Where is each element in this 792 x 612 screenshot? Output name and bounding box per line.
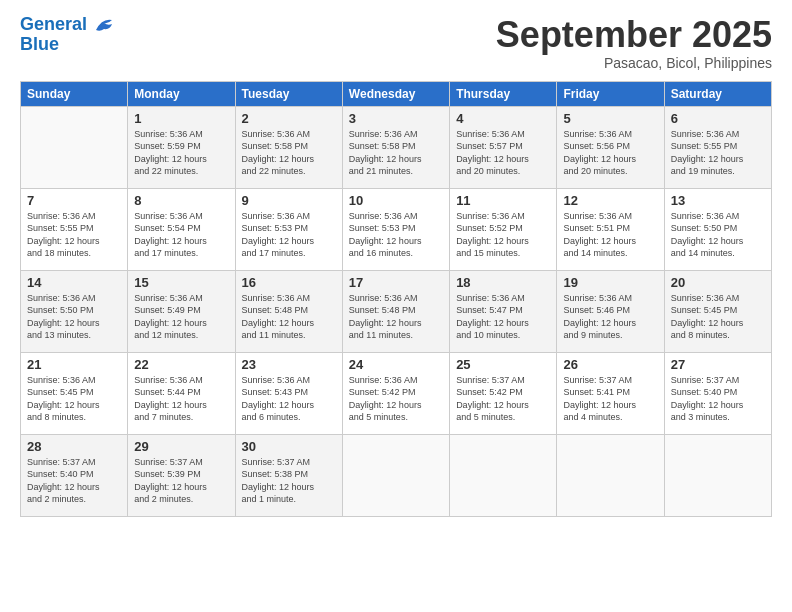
- day-info: Sunrise: 5:36 AM Sunset: 5:55 PM Dayligh…: [27, 210, 121, 260]
- col-sunday: Sunday: [21, 81, 128, 106]
- header: General Blue September 2025 Pasacao, Bic…: [20, 15, 772, 71]
- table-row: 8Sunrise: 5:36 AM Sunset: 5:54 PM Daylig…: [128, 188, 235, 270]
- table-row: 28Sunrise: 5:37 AM Sunset: 5:40 PM Dayli…: [21, 434, 128, 516]
- day-info: Sunrise: 5:36 AM Sunset: 5:54 PM Dayligh…: [134, 210, 228, 260]
- table-row: 19Sunrise: 5:36 AM Sunset: 5:46 PM Dayli…: [557, 270, 664, 352]
- col-monday: Monday: [128, 81, 235, 106]
- calendar-week-row: 14Sunrise: 5:36 AM Sunset: 5:50 PM Dayli…: [21, 270, 772, 352]
- table-row: 18Sunrise: 5:36 AM Sunset: 5:47 PM Dayli…: [450, 270, 557, 352]
- table-row: 7Sunrise: 5:36 AM Sunset: 5:55 PM Daylig…: [21, 188, 128, 270]
- day-number: 9: [242, 193, 336, 208]
- day-number: 15: [134, 275, 228, 290]
- day-number: 12: [563, 193, 657, 208]
- logo-text: General: [20, 15, 116, 35]
- day-info: Sunrise: 5:36 AM Sunset: 5:48 PM Dayligh…: [242, 292, 336, 342]
- day-info: Sunrise: 5:36 AM Sunset: 5:55 PM Dayligh…: [671, 128, 765, 178]
- day-info: Sunrise: 5:36 AM Sunset: 5:45 PM Dayligh…: [27, 374, 121, 424]
- day-info: Sunrise: 5:36 AM Sunset: 5:59 PM Dayligh…: [134, 128, 228, 178]
- day-number: 14: [27, 275, 121, 290]
- table-row: 14Sunrise: 5:36 AM Sunset: 5:50 PM Dayli…: [21, 270, 128, 352]
- day-number: 8: [134, 193, 228, 208]
- table-row: 15Sunrise: 5:36 AM Sunset: 5:49 PM Dayli…: [128, 270, 235, 352]
- table-row: 30Sunrise: 5:37 AM Sunset: 5:38 PM Dayli…: [235, 434, 342, 516]
- day-number: 16: [242, 275, 336, 290]
- day-number: 28: [27, 439, 121, 454]
- calendar-week-row: 1Sunrise: 5:36 AM Sunset: 5:59 PM Daylig…: [21, 106, 772, 188]
- calendar-table: Sunday Monday Tuesday Wednesday Thursday…: [20, 81, 772, 517]
- location: Pasacao, Bicol, Philippines: [496, 55, 772, 71]
- day-number: 22: [134, 357, 228, 372]
- day-info: Sunrise: 5:36 AM Sunset: 5:50 PM Dayligh…: [27, 292, 121, 342]
- day-number: 24: [349, 357, 443, 372]
- calendar-week-row: 21Sunrise: 5:36 AM Sunset: 5:45 PM Dayli…: [21, 352, 772, 434]
- day-number: 2: [242, 111, 336, 126]
- table-row: 29Sunrise: 5:37 AM Sunset: 5:39 PM Dayli…: [128, 434, 235, 516]
- day-number: 13: [671, 193, 765, 208]
- day-info: Sunrise: 5:36 AM Sunset: 5:46 PM Dayligh…: [563, 292, 657, 342]
- table-row: 5Sunrise: 5:36 AM Sunset: 5:56 PM Daylig…: [557, 106, 664, 188]
- day-info: Sunrise: 5:37 AM Sunset: 5:40 PM Dayligh…: [27, 456, 121, 506]
- table-row: 16Sunrise: 5:36 AM Sunset: 5:48 PM Dayli…: [235, 270, 342, 352]
- page: General Blue September 2025 Pasacao, Bic…: [0, 0, 792, 612]
- day-number: 23: [242, 357, 336, 372]
- day-number: 25: [456, 357, 550, 372]
- day-number: 30: [242, 439, 336, 454]
- table-row: 2Sunrise: 5:36 AM Sunset: 5:58 PM Daylig…: [235, 106, 342, 188]
- day-number: 26: [563, 357, 657, 372]
- day-number: 11: [456, 193, 550, 208]
- day-info: Sunrise: 5:36 AM Sunset: 5:51 PM Dayligh…: [563, 210, 657, 260]
- table-row: 3Sunrise: 5:36 AM Sunset: 5:58 PM Daylig…: [342, 106, 449, 188]
- day-info: Sunrise: 5:36 AM Sunset: 5:49 PM Dayligh…: [134, 292, 228, 342]
- day-info: Sunrise: 5:36 AM Sunset: 5:47 PM Dayligh…: [456, 292, 550, 342]
- day-number: 20: [671, 275, 765, 290]
- table-row: 26Sunrise: 5:37 AM Sunset: 5:41 PM Dayli…: [557, 352, 664, 434]
- day-number: 3: [349, 111, 443, 126]
- table-row: 9Sunrise: 5:36 AM Sunset: 5:53 PM Daylig…: [235, 188, 342, 270]
- table-row: [21, 106, 128, 188]
- header-row: Sunday Monday Tuesday Wednesday Thursday…: [21, 81, 772, 106]
- col-tuesday: Tuesday: [235, 81, 342, 106]
- table-row: 11Sunrise: 5:36 AM Sunset: 5:52 PM Dayli…: [450, 188, 557, 270]
- logo-bird-icon: [94, 16, 116, 34]
- day-info: Sunrise: 5:36 AM Sunset: 5:50 PM Dayligh…: [671, 210, 765, 260]
- day-number: 27: [671, 357, 765, 372]
- table-row: 13Sunrise: 5:36 AM Sunset: 5:50 PM Dayli…: [664, 188, 771, 270]
- day-number: 5: [563, 111, 657, 126]
- logo: General Blue: [20, 15, 116, 55]
- table-row: 10Sunrise: 5:36 AM Sunset: 5:53 PM Dayli…: [342, 188, 449, 270]
- day-info: Sunrise: 5:37 AM Sunset: 5:41 PM Dayligh…: [563, 374, 657, 424]
- day-number: 21: [27, 357, 121, 372]
- logo-subtext: Blue: [20, 35, 116, 55]
- day-number: 4: [456, 111, 550, 126]
- day-info: Sunrise: 5:36 AM Sunset: 5:56 PM Dayligh…: [563, 128, 657, 178]
- day-info: Sunrise: 5:36 AM Sunset: 5:53 PM Dayligh…: [349, 210, 443, 260]
- day-number: 19: [563, 275, 657, 290]
- day-number: 1: [134, 111, 228, 126]
- col-thursday: Thursday: [450, 81, 557, 106]
- day-info: Sunrise: 5:36 AM Sunset: 5:43 PM Dayligh…: [242, 374, 336, 424]
- day-number: 10: [349, 193, 443, 208]
- table-row: 4Sunrise: 5:36 AM Sunset: 5:57 PM Daylig…: [450, 106, 557, 188]
- day-info: Sunrise: 5:37 AM Sunset: 5:40 PM Dayligh…: [671, 374, 765, 424]
- table-row: 6Sunrise: 5:36 AM Sunset: 5:55 PM Daylig…: [664, 106, 771, 188]
- day-info: Sunrise: 5:37 AM Sunset: 5:42 PM Dayligh…: [456, 374, 550, 424]
- month-title: September 2025: [496, 15, 772, 55]
- day-number: 18: [456, 275, 550, 290]
- day-number: 7: [27, 193, 121, 208]
- day-info: Sunrise: 5:36 AM Sunset: 5:58 PM Dayligh…: [242, 128, 336, 178]
- table-row: 22Sunrise: 5:36 AM Sunset: 5:44 PM Dayli…: [128, 352, 235, 434]
- day-info: Sunrise: 5:36 AM Sunset: 5:42 PM Dayligh…: [349, 374, 443, 424]
- table-row: 24Sunrise: 5:36 AM Sunset: 5:42 PM Dayli…: [342, 352, 449, 434]
- day-info: Sunrise: 5:36 AM Sunset: 5:58 PM Dayligh…: [349, 128, 443, 178]
- day-info: Sunrise: 5:36 AM Sunset: 5:44 PM Dayligh…: [134, 374, 228, 424]
- table-row: 17Sunrise: 5:36 AM Sunset: 5:48 PM Dayli…: [342, 270, 449, 352]
- table-row: 23Sunrise: 5:36 AM Sunset: 5:43 PM Dayli…: [235, 352, 342, 434]
- table-row: 21Sunrise: 5:36 AM Sunset: 5:45 PM Dayli…: [21, 352, 128, 434]
- day-info: Sunrise: 5:36 AM Sunset: 5:48 PM Dayligh…: [349, 292, 443, 342]
- table-row: [557, 434, 664, 516]
- table-row: 25Sunrise: 5:37 AM Sunset: 5:42 PM Dayli…: [450, 352, 557, 434]
- table-row: [450, 434, 557, 516]
- day-number: 6: [671, 111, 765, 126]
- calendar-week-row: 7Sunrise: 5:36 AM Sunset: 5:55 PM Daylig…: [21, 188, 772, 270]
- day-info: Sunrise: 5:36 AM Sunset: 5:52 PM Dayligh…: [456, 210, 550, 260]
